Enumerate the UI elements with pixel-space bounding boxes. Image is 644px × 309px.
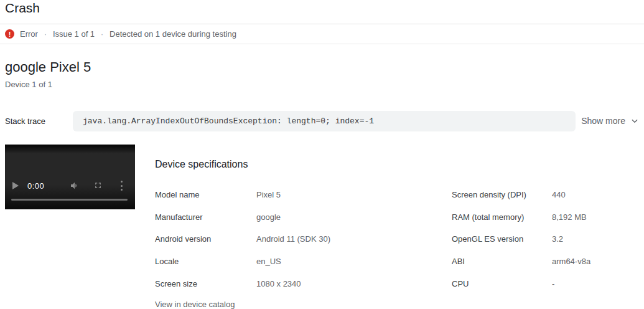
status-detected-text: Detected on 1 device during testing — [110, 29, 236, 39]
spec-label: ABI — [452, 257, 552, 266]
spec-value: google — [256, 212, 281, 222]
device-specifications-section: Device specifications Model name Pixel 5… — [155, 145, 639, 309]
spec-row-manufacturer: Manufacturer google — [155, 206, 452, 229]
spec-row-abi: ABI arm64-v8a — [452, 250, 639, 273]
stack-trace-value[interactable]: java.lang.ArrayIndexOutOfBoundsException… — [73, 111, 576, 131]
more-options-icon[interactable] — [121, 181, 123, 191]
spec-label: Model name — [155, 190, 256, 199]
specs-column-right: Screen density (DPI) 440 RAM (total memo… — [452, 184, 639, 309]
status-bar: ! Error · Issue 1 of 1 · Detected on 1 d… — [0, 24, 644, 44]
spec-label: RAM (total memory) — [452, 212, 552, 222]
specs-grid: Model name Pixel 5 Manufacturer google A… — [155, 184, 639, 309]
spec-value: 3.2 — [552, 234, 563, 244]
status-separator: · — [101, 30, 103, 39]
spec-value: Pixel 5 — [256, 190, 281, 199]
spec-value: Android 11 (SDK 30) — [256, 234, 330, 244]
page-title: Crash — [5, 1, 40, 16]
status-separator: · — [44, 30, 47, 39]
show-more-button[interactable]: Show more — [581, 113, 639, 128]
spec-label: Locale — [155, 257, 256, 266]
video-progress-bar[interactable] — [11, 199, 128, 201]
chevron-down-icon — [630, 116, 639, 125]
status-error-label: Error — [20, 29, 38, 39]
spec-row-locale: Locale en_US — [155, 250, 452, 273]
spec-value: - — [552, 279, 554, 288]
spec-value: 440 — [552, 190, 566, 199]
view-in-device-catalog-link[interactable]: View in device catalog — [155, 300, 235, 309]
spec-row-model-name: Model name Pixel 5 — [155, 184, 452, 206]
play-icon[interactable] — [12, 182, 19, 189]
spec-value: 8,192 MB — [552, 212, 587, 222]
stack-trace-label: Stack trace — [5, 116, 45, 126]
spec-label: OpenGL ES version — [452, 234, 552, 244]
video-player[interactable]: 0:00 — [5, 145, 135, 209]
spec-row-opengl: OpenGL ES version 3.2 — [452, 228, 639, 250]
spec-value: en_US — [256, 257, 281, 266]
spec-label: Screen size — [155, 279, 256, 288]
spec-row-ram: RAM (total memory) 8,192 MB — [452, 206, 639, 229]
show-more-label: Show more — [581, 116, 625, 126]
fullscreen-icon[interactable] — [93, 181, 103, 190]
status-issue-count: Issue 1 of 1 — [53, 29, 95, 39]
spec-value: 1080 x 2340 — [256, 279, 301, 288]
error-icon: ! — [5, 29, 14, 39]
spec-value: arm64-v8a — [552, 257, 590, 266]
spec-row-android-version: Android version Android 11 (SDK 30) — [155, 228, 452, 250]
spec-label: Screen density (DPI) — [452, 190, 552, 199]
video-time: 0:00 — [27, 181, 44, 191]
spec-label: Android version — [155, 234, 256, 244]
device-pagination: Device 1 of 1 — [5, 80, 52, 89]
spec-row-screen-density: Screen density (DPI) 440 — [452, 184, 639, 206]
device-name-heading: google Pixel 5 — [5, 59, 91, 75]
spec-row-screen-size: Screen size 1080 x 2340 — [155, 272, 452, 295]
spec-label: CPU — [452, 279, 552, 288]
spec-row-cpu: CPU - — [452, 272, 639, 295]
specs-heading: Device specifications — [155, 145, 639, 170]
volume-icon[interactable] — [70, 181, 80, 191]
spec-label: Manufacturer — [155, 212, 256, 222]
specs-column-left: Model name Pixel 5 Manufacturer google A… — [155, 184, 452, 309]
